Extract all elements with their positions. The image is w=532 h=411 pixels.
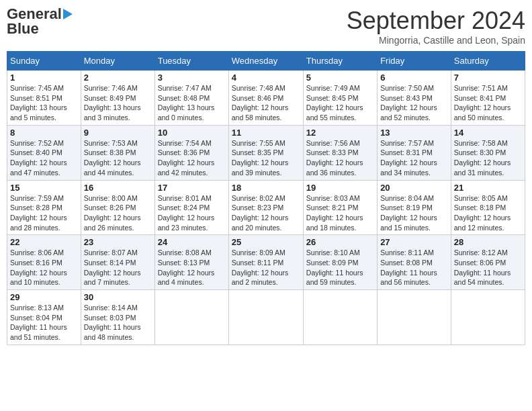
month-title: September 2024 — [347, 7, 525, 35]
calendar-week-row: 15 Sunrise: 7:59 AM Sunset: 8:28 PM Dayl… — [7, 180, 525, 235]
calendar-day-header: Thursday — [303, 52, 377, 71]
day-number: 1 — [10, 73, 78, 83]
logo: General Blue — [7, 7, 73, 36]
day-number: 12 — [306, 128, 374, 138]
calendar-cell: 21 Sunrise: 8:05 AM Sunset: 8:18 PM Dayl… — [451, 180, 525, 235]
calendar-header-row: SundayMondayTuesdayWednesdayThursdayFrid… — [7, 52, 525, 71]
calendar-cell — [451, 290, 525, 345]
day-number: 5 — [306, 73, 374, 83]
day-info: Sunrise: 8:08 AM Sunset: 8:13 PM Dayligh… — [158, 248, 226, 287]
day-number: 6 — [380, 73, 448, 83]
day-info: Sunrise: 8:03 AM Sunset: 8:21 PM Dayligh… — [306, 193, 374, 233]
calendar-day-header: Wednesday — [228, 52, 303, 71]
day-info: Sunrise: 7:55 AM Sunset: 8:35 PM Dayligh… — [232, 138, 300, 178]
day-info: Sunrise: 8:05 AM Sunset: 8:18 PM Dayligh… — [454, 193, 522, 233]
day-number: 25 — [232, 237, 300, 247]
day-number: 4 — [232, 73, 300, 83]
day-info: Sunrise: 7:52 AM Sunset: 8:40 PM Dayligh… — [10, 138, 78, 178]
calendar-day-header: Sunday — [7, 52, 81, 71]
calendar-cell: 30 Sunrise: 8:14 AM Sunset: 8:03 PM Dayl… — [81, 290, 154, 345]
day-info: Sunrise: 7:45 AM Sunset: 8:51 PM Dayligh… — [10, 83, 78, 123]
day-info: Sunrise: 8:04 AM Sunset: 8:19 PM Dayligh… — [380, 193, 448, 233]
day-info: Sunrise: 7:48 AM Sunset: 8:46 PM Dayligh… — [232, 83, 300, 123]
calendar-cell: 1 Sunrise: 7:45 AM Sunset: 8:51 PM Dayli… — [7, 71, 81, 126]
day-number: 21 — [454, 183, 522, 193]
calendar-cell — [228, 290, 303, 345]
day-number: 30 — [84, 292, 152, 302]
title-block: September 2024 Mingorria, Castille and L… — [347, 7, 525, 46]
calendar-cell: 12 Sunrise: 7:56 AM Sunset: 8:33 PM Dayl… — [303, 125, 377, 180]
calendar-cell: 13 Sunrise: 7:57 AM Sunset: 8:31 PM Dayl… — [378, 125, 451, 180]
calendar-cell: 27 Sunrise: 8:11 AM Sunset: 8:08 PM Dayl… — [378, 235, 451, 290]
calendar-cell: 26 Sunrise: 8:10 AM Sunset: 8:09 PM Dayl… — [303, 235, 377, 290]
calendar-cell: 16 Sunrise: 8:00 AM Sunset: 8:26 PM Dayl… — [81, 180, 154, 235]
day-info: Sunrise: 7:59 AM Sunset: 8:28 PM Dayligh… — [10, 193, 78, 233]
day-info: Sunrise: 7:56 AM Sunset: 8:33 PM Dayligh… — [306, 138, 374, 178]
calendar-day-header: Saturday — [451, 52, 525, 71]
calendar-cell: 10 Sunrise: 7:54 AM Sunset: 8:36 PM Dayl… — [154, 125, 228, 180]
calendar-cell: 4 Sunrise: 7:48 AM Sunset: 8:46 PM Dayli… — [228, 71, 303, 126]
calendar-cell: 20 Sunrise: 8:04 AM Sunset: 8:19 PM Dayl… — [378, 180, 451, 235]
day-info: Sunrise: 8:10 AM Sunset: 8:09 PM Dayligh… — [306, 248, 374, 287]
calendar-cell: 19 Sunrise: 8:03 AM Sunset: 8:21 PM Dayl… — [303, 180, 377, 235]
day-info: Sunrise: 8:13 AM Sunset: 8:04 PM Dayligh… — [10, 303, 78, 342]
calendar-cell: 14 Sunrise: 7:58 AM Sunset: 8:30 PM Dayl… — [451, 125, 525, 180]
day-number: 13 — [380, 128, 448, 138]
day-number: 3 — [158, 73, 226, 83]
day-info: Sunrise: 8:02 AM Sunset: 8:23 PM Dayligh… — [232, 193, 300, 233]
calendar-cell: 22 Sunrise: 8:06 AM Sunset: 8:16 PM Dayl… — [7, 235, 81, 290]
day-info: Sunrise: 8:06 AM Sunset: 8:16 PM Dayligh… — [10, 248, 78, 287]
calendar-cell: 6 Sunrise: 7:50 AM Sunset: 8:43 PM Dayli… — [378, 71, 451, 126]
calendar-cell — [154, 290, 228, 345]
day-info: Sunrise: 8:14 AM Sunset: 8:03 PM Dayligh… — [84, 303, 152, 342]
location: Mingorria, Castille and Leon, Spain — [347, 35, 525, 46]
calendar-day-header: Tuesday — [154, 52, 228, 71]
calendar-cell: 2 Sunrise: 7:46 AM Sunset: 8:49 PM Dayli… — [81, 71, 154, 126]
calendar-cell: 8 Sunrise: 7:52 AM Sunset: 8:40 PM Dayli… — [7, 125, 81, 180]
calendar-week-row: 1 Sunrise: 7:45 AM Sunset: 8:51 PM Dayli… — [7, 71, 525, 126]
calendar-cell: 25 Sunrise: 8:09 AM Sunset: 8:11 PM Dayl… — [228, 235, 303, 290]
day-number: 16 — [84, 183, 152, 193]
calendar-week-row: 8 Sunrise: 7:52 AM Sunset: 8:40 PM Dayli… — [7, 125, 525, 180]
calendar-day-header: Friday — [378, 52, 451, 71]
calendar-cell: 17 Sunrise: 8:01 AM Sunset: 8:24 PM Dayl… — [154, 180, 228, 235]
day-info: Sunrise: 7:49 AM Sunset: 8:45 PM Dayligh… — [306, 83, 374, 123]
day-number: 19 — [306, 183, 374, 193]
calendar-cell: 29 Sunrise: 8:13 AM Sunset: 8:04 PM Dayl… — [7, 290, 81, 345]
calendar-cell: 15 Sunrise: 7:59 AM Sunset: 8:28 PM Dayl… — [7, 180, 81, 235]
calendar-cell: 28 Sunrise: 8:12 AM Sunset: 8:06 PM Dayl… — [451, 235, 525, 290]
day-number: 11 — [232, 128, 300, 138]
day-info: Sunrise: 7:58 AM Sunset: 8:30 PM Dayligh… — [454, 138, 522, 178]
day-number: 24 — [158, 237, 226, 247]
day-info: Sunrise: 7:47 AM Sunset: 8:48 PM Dayligh… — [158, 83, 226, 123]
day-number: 27 — [380, 237, 448, 247]
calendar-cell — [303, 290, 377, 345]
calendar-week-row: 29 Sunrise: 8:13 AM Sunset: 8:04 PM Dayl… — [7, 290, 525, 345]
logo-general: General — [7, 7, 62, 21]
calendar-week-row: 22 Sunrise: 8:06 AM Sunset: 8:16 PM Dayl… — [7, 235, 525, 290]
day-number: 26 — [306, 237, 374, 247]
logo-arrow-icon — [63, 9, 73, 19]
day-number: 9 — [84, 128, 152, 138]
calendar-cell: 5 Sunrise: 7:49 AM Sunset: 8:45 PM Dayli… — [303, 71, 377, 126]
day-info: Sunrise: 7:53 AM Sunset: 8:38 PM Dayligh… — [84, 138, 152, 178]
day-number: 28 — [454, 237, 522, 247]
logo-blue: Blue — [7, 21, 39, 36]
day-info: Sunrise: 7:46 AM Sunset: 8:49 PM Dayligh… — [84, 83, 152, 123]
day-info: Sunrise: 7:50 AM Sunset: 8:43 PM Dayligh… — [380, 83, 448, 123]
day-number: 7 — [454, 73, 522, 83]
calendar-cell: 11 Sunrise: 7:55 AM Sunset: 8:35 PM Dayl… — [228, 125, 303, 180]
day-info: Sunrise: 8:00 AM Sunset: 8:26 PM Dayligh… — [84, 193, 152, 233]
day-info: Sunrise: 7:51 AM Sunset: 8:41 PM Dayligh… — [454, 83, 522, 123]
day-info: Sunrise: 8:11 AM Sunset: 8:08 PM Dayligh… — [380, 248, 448, 287]
day-number: 23 — [84, 237, 152, 247]
day-info: Sunrise: 8:07 AM Sunset: 8:14 PM Dayligh… — [84, 248, 152, 287]
day-info: Sunrise: 8:09 AM Sunset: 8:11 PM Dayligh… — [232, 248, 300, 287]
day-number: 20 — [380, 183, 448, 193]
day-number: 29 — [10, 292, 78, 302]
day-info: Sunrise: 8:01 AM Sunset: 8:24 PM Dayligh… — [158, 193, 226, 233]
day-info: Sunrise: 7:57 AM Sunset: 8:31 PM Dayligh… — [380, 138, 448, 178]
calendar-cell: 23 Sunrise: 8:07 AM Sunset: 8:14 PM Dayl… — [81, 235, 154, 290]
calendar-table: SundayMondayTuesdayWednesdayThursdayFrid… — [7, 51, 525, 345]
day-info: Sunrise: 7:54 AM Sunset: 8:36 PM Dayligh… — [158, 138, 226, 178]
